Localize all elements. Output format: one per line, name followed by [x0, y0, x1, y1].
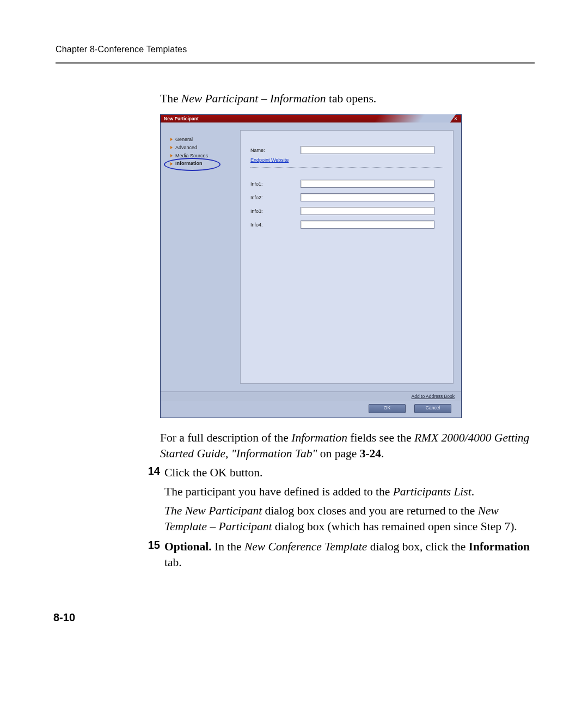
sidebar-item-label: Advanced: [175, 145, 197, 151]
t: In the: [212, 540, 244, 553]
step-14: 14 Click the OK button. The participant …: [160, 465, 530, 538]
t: .: [471, 485, 474, 498]
separator: [250, 167, 443, 168]
sidebar-item-advanced[interactable]: Advanced: [170, 144, 240, 152]
titlebar-accent: [374, 114, 456, 122]
name-input[interactable]: [301, 146, 434, 154]
sidebar-item-label: General: [175, 137, 193, 143]
t: .: [381, 447, 384, 460]
sidebar-item-general[interactable]: General: [170, 136, 240, 144]
chevron-right-icon: [170, 146, 173, 149]
sidebar-item-label: Information: [175, 161, 203, 167]
info1-input[interactable]: [301, 180, 434, 188]
header-rule: [56, 62, 535, 64]
step14-line1: Click the OK button.: [164, 465, 530, 481]
t: Information: [469, 540, 530, 553]
new-participant-dialog: New Participant × General Advanced: [160, 114, 462, 418]
info4-label: Info4:: [250, 222, 301, 228]
post-figure-paragraph: For a full description of the Informatio…: [160, 430, 530, 462]
page-ref: 3-24: [360, 447, 381, 460]
t: dialog box closes and you are returned t…: [262, 504, 477, 517]
t: Participants List: [393, 485, 471, 498]
info2-input[interactable]: [301, 193, 434, 201]
info2-label: Info2:: [250, 195, 301, 200]
sidebar-item-media-sources[interactable]: Media Sources: [170, 152, 240, 160]
step-15: 15 Optional. In the New Conference Templ…: [160, 539, 530, 574]
intro-line: The New Participant – Information tab op…: [160, 91, 530, 107]
dialog-footer: OK Cancel: [161, 401, 461, 418]
close-icon[interactable]: ×: [452, 115, 459, 122]
name-row: Name:: [250, 146, 443, 154]
step14-line3: The New Participant dialog box closes an…: [164, 503, 530, 535]
cancel-button[interactable]: Cancel: [414, 404, 451, 413]
ok-button[interactable]: OK: [369, 404, 406, 413]
intro-italic: New Participant – Information: [181, 92, 326, 105]
chevron-right-icon: [170, 154, 173, 157]
dialog-status-bar: Add to Address Book: [161, 391, 461, 401]
endpoint-website-link[interactable]: Endpoint Website: [250, 157, 289, 163]
t: dialog box, click the: [367, 540, 468, 553]
dialog-sidebar: General Advanced Media Sources Info: [161, 122, 240, 391]
dialog-title: New Participant: [164, 116, 199, 121]
t: on page: [317, 447, 359, 460]
t: The participant you have defined is adde…: [164, 485, 393, 498]
sidebar-item-information[interactable]: Information: [170, 160, 240, 168]
step14-line2: The participant you have defined is adde…: [164, 484, 530, 500]
dialog-panel: Name: Endpoint Website Info1:: [240, 130, 454, 384]
t: Optional.: [164, 540, 212, 553]
chevron-right-icon: [170, 138, 173, 141]
t: New Conference Template: [244, 540, 367, 553]
t: The New Participant: [164, 504, 262, 517]
chapter-header: Chapter 8-Conference Templates: [56, 45, 535, 54]
info4-input[interactable]: [301, 220, 434, 229]
intro-prefix: The: [160, 92, 181, 105]
t: fields see the: [347, 431, 414, 444]
step-number: 14: [140, 465, 164, 477]
dialog-figure: New Participant × General Advanced: [160, 114, 462, 418]
page-number: 8-10: [53, 611, 75, 624]
info3-label: Info3:: [250, 209, 301, 214]
add-to-address-book-link[interactable]: Add to Address Book: [412, 394, 455, 399]
dialog-titlebar[interactable]: New Participant ×: [161, 115, 461, 122]
intro-suffix: tab opens.: [326, 92, 377, 105]
t: dialog box (which has remained open sinc…: [272, 520, 517, 533]
t: For a full description of the: [160, 431, 291, 444]
t: Information: [291, 431, 347, 444]
step-number: 15: [140, 539, 164, 551]
chevron-right-icon: [170, 162, 173, 166]
sidebar-item-label: Media Sources: [175, 153, 208, 159]
info3-input[interactable]: [301, 207, 434, 215]
t: tab.: [164, 556, 182, 569]
name-label: Name:: [250, 148, 301, 153]
info1-label: Info1:: [250, 181, 301, 187]
step15-text: Optional. In the New Conference Template…: [164, 539, 530, 571]
